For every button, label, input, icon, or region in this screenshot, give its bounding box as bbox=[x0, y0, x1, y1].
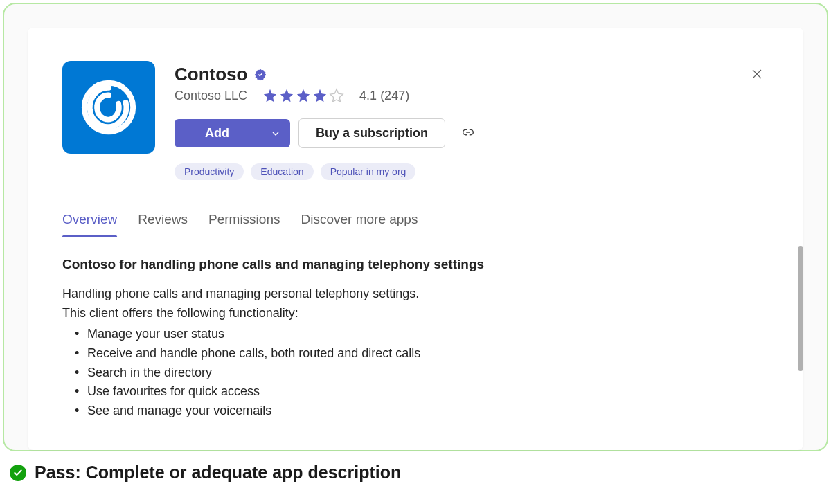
action-row: Add Buy a subscription bbox=[175, 118, 769, 148]
tab-overview[interactable]: Overview bbox=[62, 212, 117, 237]
add-button[interactable]: Add bbox=[175, 119, 260, 147]
spiral-icon bbox=[78, 77, 139, 138]
pass-badge bbox=[10, 465, 26, 481]
link-icon bbox=[461, 125, 476, 140]
close-button[interactable] bbox=[751, 68, 765, 82]
tabs-row: Overview Reviews Permissions Discover mo… bbox=[62, 212, 769, 237]
verified-badge-icon bbox=[254, 69, 267, 81]
star-icon bbox=[329, 88, 344, 103]
tag-popular[interactable]: Popular in my org bbox=[321, 163, 416, 180]
app-header: Contoso Contoso LLC 4.1 (247) bbox=[62, 61, 769, 180]
app-header-main: Contoso Contoso LLC 4.1 (247) bbox=[175, 61, 769, 180]
list-item: Manage your user status bbox=[75, 325, 769, 344]
star-icon bbox=[312, 88, 328, 103]
copy-link-button[interactable] bbox=[461, 125, 476, 143]
add-dropdown-button[interactable] bbox=[260, 119, 290, 147]
check-icon bbox=[13, 468, 23, 478]
list-item: Search in the directory bbox=[75, 363, 769, 383]
star-icon bbox=[279, 88, 294, 103]
tab-permissions[interactable]: Permissions bbox=[208, 212, 280, 237]
star-icon bbox=[296, 88, 311, 103]
list-item: Receive and handle phone calls, both rou… bbox=[75, 344, 769, 363]
desc-line: Handling phone calls and managing person… bbox=[62, 287, 419, 300]
chevron-down-icon bbox=[270, 128, 281, 139]
description-heading: Contoso for handling phone calls and man… bbox=[62, 257, 769, 272]
list-item: See and manage your voicemails bbox=[75, 402, 769, 421]
validation-frame: Contoso Contoso LLC 4.1 (247) bbox=[3, 3, 828, 451]
add-split-button: Add bbox=[175, 119, 290, 147]
tag-education[interactable]: Education bbox=[251, 163, 313, 180]
title-row: Contoso bbox=[175, 64, 769, 85]
publisher-name: Contoso LLC bbox=[175, 89, 247, 103]
validation-result: Pass: Complete or adequate app descripti… bbox=[10, 462, 401, 483]
feature-list: Manage your user status Receive and hand… bbox=[62, 325, 769, 421]
star-rating bbox=[262, 88, 344, 103]
scrollbar-thumb[interactable] bbox=[798, 246, 803, 371]
validation-text: Pass: Complete or adequate app descripti… bbox=[35, 462, 401, 483]
tag-productivity[interactable]: Productivity bbox=[175, 163, 244, 180]
app-title: Contoso bbox=[175, 64, 247, 85]
publisher-row: Contoso LLC 4.1 (247) bbox=[175, 88, 769, 103]
close-icon bbox=[751, 68, 763, 80]
list-item: Use favourites for quick access bbox=[75, 382, 769, 402]
star-icon bbox=[262, 88, 278, 103]
description-text: Handling phone calls and managing person… bbox=[62, 285, 769, 323]
desc-line: This client offers the following functio… bbox=[62, 306, 298, 320]
tab-reviews[interactable]: Reviews bbox=[138, 212, 188, 237]
rating-text: 4.1 (247) bbox=[359, 89, 409, 103]
tags-row: Productivity Education Popular in my org bbox=[175, 163, 769, 180]
app-icon bbox=[62, 61, 155, 154]
app-detail-card: Contoso Contoso LLC 4.1 (247) bbox=[28, 28, 803, 450]
tab-discover[interactable]: Discover more apps bbox=[301, 212, 418, 237]
overview-content: Contoso for handling phone calls and man… bbox=[62, 257, 769, 421]
buy-subscription-button[interactable]: Buy a subscription bbox=[298, 118, 445, 148]
